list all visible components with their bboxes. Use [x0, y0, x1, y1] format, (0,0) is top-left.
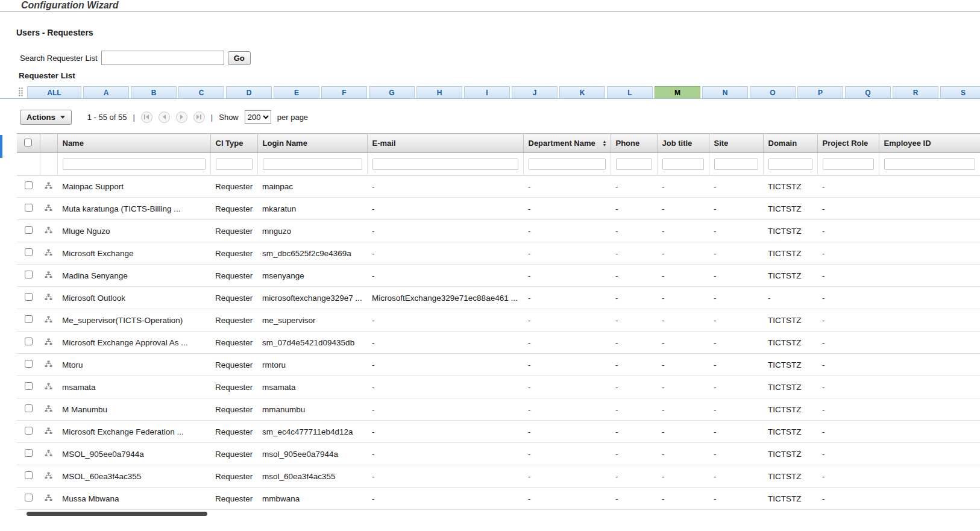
table-row[interactable]: Microsoft OutlookRequestermicrosoftexcha…	[17, 287, 980, 309]
cell-department: -	[523, 398, 611, 421]
filter-cell-employee_id	[879, 153, 980, 175]
drag-handle-icon[interactable]	[18, 87, 24, 96]
row-checkbox[interactable]	[25, 204, 33, 212]
column-header-project_role[interactable]: Project Role	[817, 134, 879, 153]
table-row[interactable]: Me_supervisor(TICTS-Operation)Requesterm…	[17, 309, 980, 331]
alpha-tab-k[interactable]: K	[559, 86, 605, 98]
table-row[interactable]: Microsoft Exchange Approval As ...Reques…	[17, 331, 980, 354]
alpha-tab-n[interactable]: N	[702, 86, 748, 98]
cell-domain: TICTSTZ	[763, 175, 817, 198]
select-all-checkbox[interactable]	[24, 139, 32, 146]
scrollbar-thumb[interactable]	[27, 512, 207, 516]
alpha-tab-s[interactable]: S	[940, 86, 980, 98]
column-header-job_title[interactable]: Job title	[657, 134, 709, 153]
caret-down-icon	[60, 116, 65, 119]
filter-project_role-input[interactable]	[823, 159, 874, 170]
alpha-tab-f[interactable]: F	[321, 86, 367, 98]
table-row[interactable]: MSOL_60ea3f4ac355Requestermsol_60ea3f4ac…	[17, 465, 980, 488]
row-checkbox[interactable]	[25, 360, 33, 368]
alpha-tab-c[interactable]: C	[178, 86, 224, 98]
row-checkbox[interactable]	[25, 248, 33, 256]
table-row[interactable]: MSOL_905ee0a7944aRequestermsol_905ee0a79…	[17, 443, 980, 465]
row-checkbox[interactable]	[25, 494, 33, 501]
go-button[interactable]: Go	[228, 51, 251, 65]
row-checkbox[interactable]	[25, 338, 33, 345]
filter-department-input[interactable]	[529, 159, 606, 170]
filter-name-input[interactable]	[63, 159, 206, 170]
row-checkbox[interactable]	[25, 271, 33, 278]
table-row[interactable]: Mainpac SupportRequestermainpac-----TICT…	[17, 175, 980, 198]
table-row[interactable]: Microsoft ExchangeRequestersm_dbc6525f2c…	[17, 242, 980, 265]
drag-dots-icon	[18, 87, 24, 96]
alpha-tab-all[interactable]: ALL	[27, 86, 81, 98]
search-input[interactable]	[101, 51, 224, 65]
column-header-phone[interactable]: Phone	[611, 134, 657, 153]
cell-phone: -	[611, 309, 657, 331]
alpha-tab-i[interactable]: I	[464, 86, 510, 98]
cell-project_role: -	[817, 376, 879, 398]
filter-job_title-input[interactable]	[662, 159, 704, 170]
app-title: Configuration Wizard	[21, 0, 119, 11]
filter-ci_type-input[interactable]	[216, 159, 253, 170]
last-page-button[interactable]	[193, 112, 205, 123]
alpha-tab-l[interactable]: L	[607, 86, 653, 98]
table-row[interactable]: Mluge NguzoRequestermnguzo-----TICTSTZ-	[17, 220, 980, 242]
column-header-ci_type[interactable]: CI Type	[210, 134, 257, 153]
row-checkbox[interactable]	[25, 382, 33, 390]
filter-email-input[interactable]	[372, 159, 518, 170]
sort-arrows-icon[interactable]: ▲▼	[603, 140, 607, 147]
row-checkbox[interactable]	[25, 404, 33, 412]
page-size-select[interactable]: 200	[245, 110, 271, 124]
alpha-tab-e[interactable]: E	[274, 86, 319, 98]
row-checkbox[interactable]	[25, 471, 33, 479]
alpha-tab-m[interactable]: M	[655, 86, 700, 98]
first-page-button[interactable]	[141, 112, 152, 123]
alpha-tab-d[interactable]: D	[226, 86, 272, 98]
filter-login-input[interactable]	[263, 159, 362, 170]
filter-site-input[interactable]	[714, 159, 758, 170]
alpha-tab-p[interactable]: P	[797, 86, 843, 98]
cell-employee_id	[879, 488, 980, 510]
separator: |	[133, 113, 134, 122]
cell-email: -	[367, 331, 523, 354]
cell-job_title: -	[657, 398, 709, 421]
row-checkbox[interactable]	[25, 293, 33, 301]
row-checkbox[interactable]	[25, 449, 33, 457]
table-row[interactable]: Microsoft Exchange Federation ...Request…	[17, 421, 980, 443]
column-header-employee_id[interactable]: Employee ID	[879, 134, 980, 153]
alpha-tab-b[interactable]: B	[131, 86, 177, 98]
alpha-tab-q[interactable]: Q	[845, 86, 891, 98]
actions-button[interactable]: Actions	[20, 110, 72, 125]
column-header-login[interactable]: Login Name	[257, 134, 367, 153]
row-checkbox[interactable]	[25, 226, 33, 234]
column-header-department[interactable]: Department Name▲▼	[523, 134, 611, 153]
table-row[interactable]: M ManumbuRequestermmanumbu-----TICTSTZ-	[17, 398, 980, 421]
horizontal-scrollbar[interactable]	[0, 510, 980, 517]
column-header-site[interactable]: Site	[709, 134, 763, 153]
cell-employee_id	[879, 465, 980, 488]
table-row[interactable]: msamataRequestermsamata-----TICTSTZ-	[17, 376, 980, 398]
column-header-name[interactable]: Name	[57, 134, 210, 153]
filter-phone-input[interactable]	[616, 159, 652, 170]
table-row[interactable]: Muta karatunga (TICTS-Billing ...Request…	[17, 198, 980, 220]
prev-page-button[interactable]	[159, 112, 170, 123]
row-checkbox[interactable]	[25, 315, 33, 323]
alpha-tab-a[interactable]: A	[83, 86, 129, 98]
alpha-tab-j[interactable]: J	[512, 86, 558, 98]
cell-domain: TICTSTZ	[763, 398, 817, 421]
filter-domain-input[interactable]	[768, 159, 812, 170]
filter-employee_id-input[interactable]	[884, 159, 975, 170]
table-row[interactable]: MtoruRequesterrmtoru-----TICTSTZ-	[17, 354, 980, 376]
alpha-tab-g[interactable]: G	[369, 86, 415, 98]
alpha-tab-h[interactable]: H	[416, 86, 462, 98]
row-checkbox[interactable]	[25, 427, 33, 435]
filter-cell-domain	[763, 153, 817, 175]
table-row[interactable]: Mussa MbwanaRequestermmbwana-----TICTSTZ…	[17, 488, 980, 510]
alpha-tab-o[interactable]: O	[750, 86, 796, 98]
row-checkbox[interactable]	[25, 181, 33, 189]
alpha-tab-r[interactable]: R	[893, 86, 938, 98]
table-row[interactable]: Madina SenyangeRequestermsenyange-----TI…	[17, 265, 980, 287]
next-page-button[interactable]	[176, 112, 187, 123]
column-header-email[interactable]: E-mail	[367, 134, 523, 153]
column-header-domain[interactable]: Domain	[763, 134, 817, 153]
